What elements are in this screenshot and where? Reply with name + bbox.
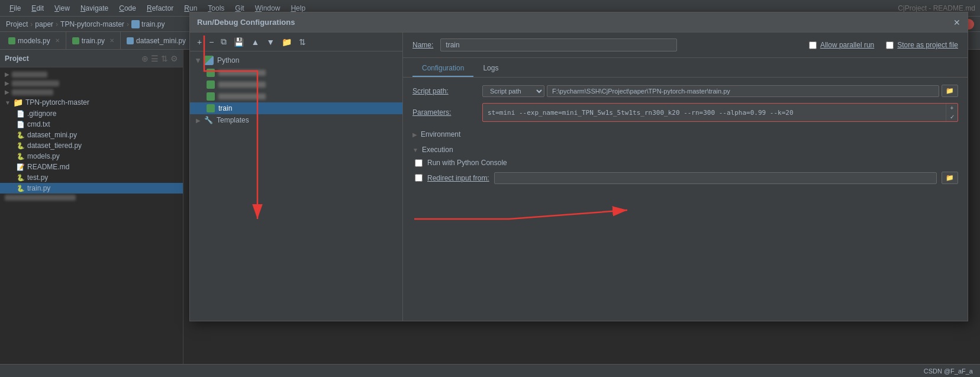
menu-edit[interactable]: Edit (27, 2, 49, 14)
py-item-icon-3 (207, 92, 215, 101)
tab-logs[interactable]: Logs (473, 62, 508, 77)
dialog-right-panel: Name: Allow parallel run (403, 33, 968, 321)
config-item-blurred1[interactable] (190, 67, 402, 79)
list-item-models[interactable]: 🐍 models.py (0, 151, 183, 162)
list-item-readme[interactable]: 📝 README.md (0, 162, 183, 172)
config-content: Script path: Script path Module name 📁 (403, 78, 968, 321)
status-bar: CSDN @F_aF_a (0, 364, 980, 377)
list-item-train[interactable]: 🐍 train.py (0, 183, 183, 194)
config-tabs: Configuration Logs (403, 58, 968, 78)
path-type-selector[interactable]: Script path Module name (482, 85, 544, 97)
config-item-blurred3[interactable] (190, 91, 402, 102)
config-section-python[interactable]: ▶ Python (190, 54, 402, 67)
add-config-button[interactable]: + (195, 36, 204, 48)
templates-section[interactable]: ▶ 🔧 Templates (190, 114, 402, 126)
list-item-gitignore[interactable]: 📄 .gitignore (0, 108, 183, 119)
redirect-input-browse-button[interactable]: 📁 (942, 172, 958, 184)
dialog-close-button[interactable]: ✕ (953, 18, 960, 27)
script-path-browse-button[interactable]: 📁 (942, 85, 958, 97)
tree-item-collapsed2[interactable]: ▶ (0, 79, 183, 88)
name-input[interactable] (440, 38, 677, 51)
folder-config-button[interactable]: 📁 (279, 36, 294, 48)
up-config-button[interactable]: ▲ (249, 36, 262, 48)
redirect-input-label: Redirect input from: (427, 174, 489, 182)
breadcrumb-folder2[interactable]: TPN-pytorch-master (60, 20, 124, 28)
run-with-python-console-checkbox[interactable] (415, 159, 423, 167)
wrench-icon: 🔧 (204, 116, 213, 124)
store-as-project-checkbox-label[interactable]: Store as project file (886, 41, 958, 49)
checkbox-group: Allow parallel run Store as project file (809, 41, 958, 49)
breadcrumb-file[interactable]: train.py (131, 20, 165, 28)
breadcrumb-folder1[interactable]: paper (35, 20, 53, 28)
menu-refactor[interactable]: Refactor (142, 2, 178, 14)
menu-view[interactable]: View (50, 2, 75, 14)
tree-item-collapsed3[interactable]: ▶ (0, 88, 183, 96)
sidebar-add-icon[interactable]: ⊕ (141, 54, 149, 63)
parameters-row: Parameters: + ✓ (412, 103, 958, 122)
save-config-button[interactable]: 💾 (231, 36, 246, 48)
environment-arrow-icon: ▶ (412, 131, 417, 138)
store-as-project-label: Store as project file (897, 41, 958, 49)
breadcrumb-project[interactable]: Project (6, 20, 28, 28)
app-title: CjProject - README.md (898, 4, 975, 12)
params-add-button[interactable]: + (946, 104, 958, 112)
menu-navigate[interactable]: Navigate (76, 2, 113, 14)
copy-config-button[interactable]: ⧉ (218, 36, 229, 48)
dataset-mini-icon (127, 37, 134, 44)
config-tree: ▶ Python (190, 51, 402, 321)
menu-code[interactable]: Code (114, 2, 141, 14)
script-path-input[interactable] (547, 85, 939, 97)
list-item-cmdtxt[interactable]: 📄 cmd.txt (0, 119, 183, 130)
params-container: + ✓ (482, 103, 958, 122)
remove-config-button[interactable]: − (207, 36, 216, 48)
tab-train-py[interactable]: train.py ✕ (66, 32, 121, 50)
list-item-dataset-mini[interactable]: 🐍 dataset_mini.py (0, 130, 183, 140)
python-section-icon (204, 56, 214, 65)
py-item-icon-2 (207, 80, 215, 89)
tab-configuration[interactable]: Configuration (412, 62, 473, 77)
allow-parallel-checkbox-label[interactable]: Allow parallel run (809, 41, 874, 49)
dialog-titlebar: Run/Debug Configurations ✕ (190, 12, 968, 33)
models-py-icon (8, 37, 15, 44)
params-input[interactable] (483, 104, 946, 121)
list-item-test[interactable]: 🐍 test.py (0, 172, 183, 183)
tree-item-blurred1[interactable] (0, 194, 183, 202)
train-py-icon (72, 37, 79, 44)
dialog-body: + − ⧉ 💾 ▲ ▼ 📁 ⇅ ▶ Python (190, 33, 968, 321)
list-item-dataset-tiered[interactable]: 🐍 dataset_tiered.py (0, 140, 183, 151)
allow-parallel-checkbox[interactable] (809, 41, 817, 49)
templates-section-arrow: ▶ (196, 117, 201, 124)
main-layout: Project ⊕ ☰ ⇅ ⚙ ▶ ▶ ▶ (0, 50, 980, 377)
tab-models-py[interactable]: models.py ✕ (2, 32, 66, 50)
config-item-blurred2[interactable] (190, 79, 402, 91)
execution-section-header[interactable]: ▼ Execution (412, 143, 958, 156)
tree-folder-tpn-label: TPN-pytorch-master (25, 98, 89, 107)
templates-section-label: Templates (217, 116, 249, 124)
sidebar-scroll-icon[interactable]: ☰ (151, 54, 159, 63)
run-debug-dialog: Run/Debug Configurations ✕ + − ⧉ 💾 ▲ ▼ 📁… (189, 12, 968, 321)
environment-section-header[interactable]: ▶ Environment (412, 128, 958, 141)
store-as-project-checkbox[interactable] (886, 41, 894, 49)
params-check-button[interactable]: ✓ (946, 112, 958, 121)
tree-item-collapsed1[interactable]: ▶ (0, 70, 183, 79)
sidebar-sort-icon[interactable]: ⇅ (161, 54, 168, 63)
execution-section: ▼ Execution Run with Python Console Redi… (412, 143, 958, 184)
config-item-train[interactable]: train (190, 102, 402, 114)
file-tree: ▶ ▶ ▶ ▼ 📁 TPN-pytorch-master 📄 .gitignor… (0, 67, 183, 377)
config-header: Name: Allow parallel run (403, 33, 968, 58)
close-models-tab[interactable]: ✕ (55, 37, 60, 44)
execution-label: Execution (422, 146, 453, 154)
sidebar-settings-icon[interactable]: ⚙ (170, 54, 178, 63)
redirect-input-row: Redirect input from: 📁 (412, 172, 958, 184)
script-path-label: Script path: (412, 87, 478, 95)
redirect-input-checkbox[interactable] (415, 174, 423, 182)
python-section-arrow: ▶ (195, 58, 202, 63)
tree-folder-tpn[interactable]: ▼ 📁 TPN-pytorch-master (0, 96, 183, 108)
close-train-tab[interactable]: ✕ (109, 37, 114, 44)
sort-config-button[interactable]: ⇅ (296, 36, 308, 48)
down-config-button[interactable]: ▼ (264, 36, 277, 48)
script-path-row: Script path: Script path Module name 📁 (412, 85, 958, 97)
dialog-left-panel: + − ⧉ 💾 ▲ ▼ 📁 ⇅ ▶ Python (190, 33, 403, 321)
redirect-input-field[interactable] (494, 172, 937, 184)
menu-file[interactable]: File (5, 2, 25, 14)
